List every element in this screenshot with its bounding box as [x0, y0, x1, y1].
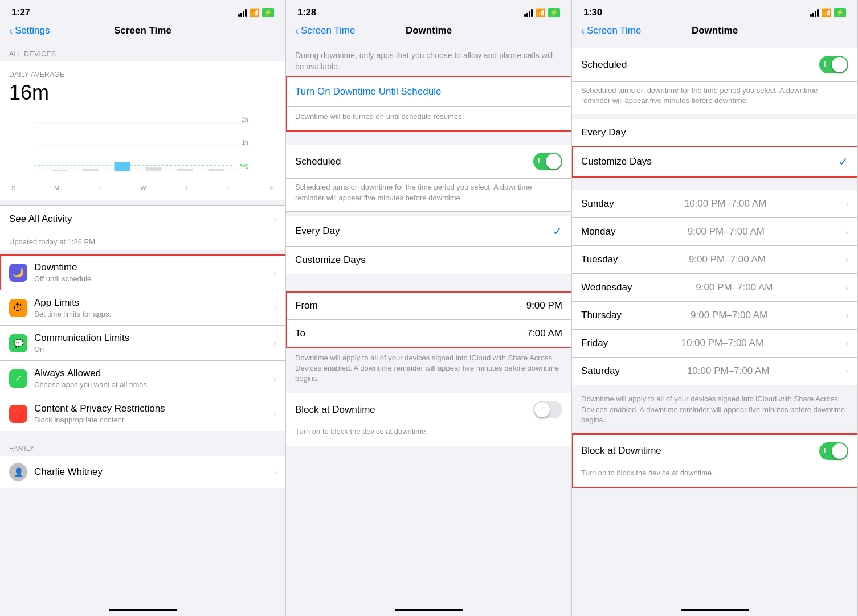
chart-day-s2: S: [270, 184, 274, 191]
block-group-3: Block at Downtime I Turn on to block the…: [572, 434, 857, 487]
section-header-all-devices: ALL DEVICES: [0, 41, 285, 61]
svg-rect-9: [115, 162, 130, 171]
comm-limits-item[interactable]: 💬 Communication Limits On ›: [0, 326, 285, 361]
app-limits-item[interactable]: ⏱ App Limits Set time limits for apps. ›: [0, 290, 285, 326]
family-section-header: FAMILY: [0, 436, 285, 456]
nav-bar-2: ‹ Screen Time Downtime: [286, 20, 571, 41]
scheduled-label: Scheduled: [295, 156, 533, 167]
scheduled-toggle-3[interactable]: I: [819, 56, 848, 73]
screen2: 1:28 📶 ⚡ ‹ Screen Time Downtime During d…: [286, 0, 572, 616]
nav-back-label-1[interactable]: Settings: [15, 25, 50, 36]
svg-rect-10: [146, 167, 162, 171]
chart-day-s1: S: [11, 184, 15, 191]
block-item-2: Block at Downtime: [286, 393, 571, 426]
chart-day-m: M: [54, 184, 59, 191]
family-group: 👤 Charlie Whitney ›: [0, 456, 285, 488]
content-privacy-item[interactable]: 🚫 Content & Privacy Restrictions Block i…: [0, 396, 285, 431]
block-label-3: Block at Downtime: [581, 445, 819, 457]
status-icons-2: 📶 ⚡: [524, 8, 560, 17]
downtime-menu-item[interactable]: 🌙 Downtime Off until schedule ›: [0, 255, 285, 290]
nav-back-label-3[interactable]: Screen Time: [587, 25, 641, 36]
day-choice-group: Every Day ✓ Customize Days: [286, 216, 571, 274]
customize-days-item[interactable]: Customize Days: [286, 247, 571, 274]
block-note-3: Turn on to block the device at downtime.: [572, 468, 857, 487]
every-day-label: Every Day: [295, 225, 553, 237]
see-all-activity[interactable]: See All Activity ›: [0, 205, 285, 233]
s3-bar4: [817, 9, 819, 17]
daily-avg-value: 16m: [9, 81, 276, 105]
status-bar-1: 1:27 📶 ⚡: [0, 0, 285, 20]
comm-limits-icon: 💬: [9, 334, 27, 352]
status-time-3: 1:30: [583, 7, 602, 18]
signal-bar-3: [243, 11, 244, 17]
svg-rect-7: [52, 170, 68, 171]
day-sunday[interactable]: Sunday 10:00 PM–7:00 AM ›: [572, 190, 857, 218]
comm-limits-chevron: ›: [273, 339, 276, 348]
every-day-item-3[interactable]: Every Day: [572, 119, 857, 147]
day-friday[interactable]: Friday 10:00 PM–7:00 AM ›: [572, 330, 857, 358]
scheduled-group: Scheduled I Scheduled turns on downtime …: [286, 145, 571, 211]
toggle-knob-3: [832, 57, 847, 72]
customize-days-item-3[interactable]: Customize Days ✓: [572, 147, 857, 176]
every-day-item[interactable]: Every Day ✓: [286, 216, 571, 247]
app-limits-icon: ⏱: [9, 299, 27, 317]
from-row[interactable]: From 9:00 PM: [286, 292, 571, 320]
customize-days-label: Customize Days: [295, 254, 562, 266]
s3-bar1: [810, 14, 812, 17]
turn-on-button[interactable]: Turn On Downtime Until Schedule: [286, 77, 571, 107]
battery-icon-2: ⚡: [548, 8, 560, 17]
menu-group: 🌙 Downtime Off until schedule › ⏱ App Li…: [0, 255, 285, 431]
day-monday[interactable]: Monday 9:00 PM–7:00 AM ›: [572, 218, 857, 246]
block-toggle-knob-2: [534, 402, 550, 417]
downtime-title: Downtime: [34, 262, 269, 273]
nav-back-label-2[interactable]: Screen Time: [301, 25, 355, 36]
scheduled-row: Scheduled I: [286, 145, 571, 179]
home-indicator-1: [109, 609, 177, 611]
toggle-knob: [546, 154, 561, 169]
scheduled-toggle[interactable]: I: [533, 153, 562, 170]
sunday-chevron: ›: [845, 199, 848, 208]
nav-arrow-3: ‹: [581, 25, 585, 37]
downtime-subtitle: Off until schedule: [34, 274, 269, 283]
block-toggle-3[interactable]: I: [819, 442, 848, 460]
day-wednesday[interactable]: Wednesday 9:00 PM–7:00 AM ›: [572, 274, 857, 302]
downtime-chevron: ›: [273, 268, 276, 277]
content-privacy-subtitle: Block inappropriate content.: [34, 416, 269, 424]
content-privacy-icon: 🚫: [9, 405, 27, 423]
nav-back-2[interactable]: ‹ Screen Time: [295, 25, 355, 37]
home-indicator-2: [395, 609, 463, 611]
tuesday-label: Tuesday: [581, 254, 618, 265]
svg-rect-11: [177, 169, 193, 171]
status-bar-2: 1:28 📶 ⚡: [286, 0, 571, 20]
day-saturday[interactable]: Saturday 10:00 PM–7:00 AM ›: [572, 358, 857, 385]
chart-days: S M T W T F S: [9, 184, 276, 191]
scheduled-desc-3: Scheduled turns on downtime for the time…: [572, 82, 857, 114]
block-group-2: Block at Downtime Turn on to block the d…: [286, 393, 571, 446]
customize-days-label-3: Customize Days: [581, 156, 839, 167]
always-allowed-subtitle: Choose apps you want at all times.: [34, 380, 269, 389]
nav-back-3[interactable]: ‹ Screen Time: [581, 25, 641, 37]
wednesday-time: 9:00 PM–7:00 AM: [696, 282, 773, 293]
app-limits-subtitle: Set time limits for apps.: [34, 310, 269, 318]
to-row[interactable]: To 7:00 AM: [286, 320, 571, 347]
turn-on-group: Turn On Downtime Until Schedule Downtime…: [286, 77, 571, 131]
family-member-item[interactable]: 👤 Charlie Whitney ›: [0, 456, 285, 488]
chart-day-t2: T: [185, 184, 189, 191]
block-toggle-on-label: I: [824, 447, 826, 455]
nav-back-1[interactable]: ‹ Settings: [9, 25, 50, 37]
s2-bar4: [531, 9, 533, 17]
saturday-time: 10:00 PM–7:00 AM: [687, 366, 770, 377]
status-time-1: 1:27: [11, 7, 30, 18]
toggle-on-label-3: I: [824, 60, 826, 68]
scheduled-label-3: Scheduled: [581, 59, 819, 71]
day-thursday[interactable]: Thursday 9:00 PM–7:00 AM ›: [572, 302, 857, 330]
friday-time: 10:00 PM–7:00 AM: [681, 338, 763, 349]
monday-time: 9:00 PM–7:00 AM: [688, 226, 765, 237]
comm-limits-title: Communication Limits: [34, 332, 269, 344]
block-toggle-2[interactable]: [533, 401, 562, 418]
thursday-label: Thursday: [581, 310, 622, 321]
day-tuesday[interactable]: Tuesday 9:00 PM–7:00 AM ›: [572, 246, 857, 274]
always-allowed-item[interactable]: ✓ Always Allowed Choose apps you want at…: [0, 361, 285, 396]
status-icons-1: 📶 ⚡: [238, 8, 274, 17]
nav-title-3: Downtime: [692, 25, 738, 36]
